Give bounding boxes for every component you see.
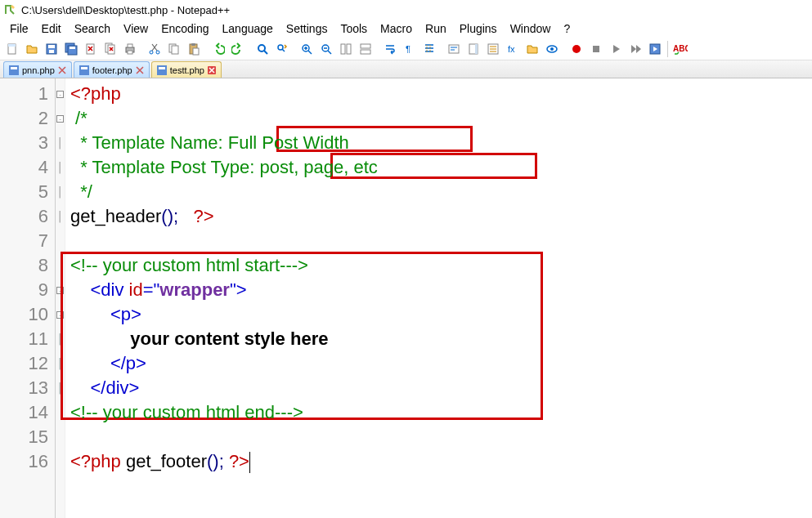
tab-pnn[interactable]: pnn.php [3,61,72,78]
tab-label: footer.php [92,65,132,75]
svg-rect-44 [79,65,89,75]
svg-point-37 [550,47,554,51]
fold-icon[interactable]: - [56,311,64,319]
line-gutter: 1234 5678 9101112 13141516 [0,78,56,518]
svg-text:¶: ¶ [406,44,410,54]
code-area[interactable]: <?php /* * Template Name: Full Post Widt… [65,78,812,518]
spellcheck-button[interactable]: ABC [671,40,689,58]
svg-rect-31 [449,45,459,53]
svg-rect-20 [191,43,195,46]
window-title: C:\Users\dell\Desktop\testt.php - Notepa… [21,4,230,16]
record-macro-button[interactable] [568,40,585,58]
menu-window[interactable]: Window [504,20,558,38]
menu-plugins[interactable]: Plugins [453,20,504,38]
tab-footer[interactable]: footer.php [74,61,150,78]
play-macro-button[interactable] [607,40,625,58]
menu-file[interactable]: File [3,20,35,38]
copy-button[interactable] [165,40,183,58]
titlebar: C:\Users\dell\Desktop\testt.php - Notepa… [0,0,812,20]
file-icon [79,65,89,75]
wordwrap-button[interactable] [381,40,399,58]
close-icon[interactable] [58,66,66,74]
svg-rect-13 [128,44,132,47]
menu-macro[interactable]: Macro [374,20,419,38]
function-list-button[interactable]: fx [504,40,522,58]
svg-rect-43 [11,67,17,69]
folder-workspace-button[interactable] [523,40,541,58]
print-button[interactable] [121,40,139,58]
svg-point-38 [572,45,581,53]
menu-encoding[interactable]: Encoding [155,20,215,38]
svg-point-15 [150,51,153,54]
doc-map-button[interactable] [464,40,482,58]
svg-rect-14 [128,51,132,54]
find-button[interactable] [253,40,271,58]
new-file-button[interactable] [3,40,21,58]
open-file-button[interactable] [23,40,41,58]
save-all-button[interactable] [62,40,80,58]
svg-rect-29 [361,50,370,54]
fold-icon[interactable]: - [56,287,64,294]
tab-label: testt.php [170,65,204,75]
menu-settings[interactable]: Settings [280,20,334,38]
svg-rect-42 [9,65,19,75]
tabbar: pnn.php footer.php testt.php [0,60,812,78]
paste-button[interactable] [185,40,203,58]
undo-button[interactable] [209,40,227,58]
svg-point-22 [258,45,265,51]
close-icon[interactable] [208,66,216,74]
zoom-in-button[interactable] [298,40,316,58]
svg-rect-26 [341,44,345,54]
sync-v-button[interactable] [337,40,355,58]
svg-rect-47 [159,67,165,69]
stop-macro-button[interactable] [587,40,605,58]
fold-icon[interactable]: - [56,91,64,98]
svg-rect-4 [48,45,55,48]
replace-button[interactable] [273,40,291,58]
svg-rect-28 [361,44,370,48]
svg-rect-45 [81,67,87,69]
text-caret [249,452,250,473]
cut-button[interactable] [146,40,164,58]
svg-rect-2 [8,44,16,47]
svg-text:fx: fx [508,44,515,54]
menu-run[interactable]: Run [419,20,453,38]
play-multi-button[interactable] [626,40,644,58]
save-macro-button[interactable] [646,40,664,58]
svg-rect-18 [172,46,178,54]
svg-rect-39 [593,46,599,52]
svg-text:ABC: ABC [673,44,688,53]
close-button[interactable] [82,40,100,58]
menu-tools[interactable]: Tools [334,20,374,38]
svg-rect-8 [70,47,75,49]
svg-rect-27 [347,44,351,54]
show-all-chars-button[interactable]: ¶ [401,40,419,58]
sync-h-button[interactable] [357,40,375,58]
file-icon [157,65,167,75]
toolbar: ¶ fx ABC [0,38,812,60]
svg-point-16 [156,51,159,54]
doc-list-button[interactable] [484,40,502,58]
fold-icon[interactable]: - [56,115,64,123]
monitor-button[interactable] [543,40,561,58]
menu-view[interactable]: View [117,20,155,38]
menu-language[interactable]: Language [216,20,280,38]
file-icon [9,65,19,75]
editor[interactable]: 1234 5678 9101112 13141516 - - ││││ - - … [0,78,812,518]
indent-guide-button[interactable] [420,40,438,58]
menu-edit[interactable]: Edit [35,20,68,38]
menu-help[interactable]: ? [557,20,576,38]
menu-search[interactable]: Search [68,20,117,38]
svg-rect-46 [157,65,167,75]
save-button[interactable] [43,40,61,58]
svg-rect-5 [49,50,54,53]
close-icon[interactable] [136,66,144,74]
zoom-out-button[interactable] [317,40,335,58]
close-all-button[interactable] [101,40,119,58]
tab-testt[interactable]: testt.php [151,61,222,78]
language-button[interactable] [445,40,463,58]
svg-rect-33 [475,44,478,54]
menubar: File Edit Search View Encoding Language … [0,20,812,38]
redo-button[interactable] [229,40,247,58]
fold-column: - - ││││ - - │││ [56,78,65,518]
